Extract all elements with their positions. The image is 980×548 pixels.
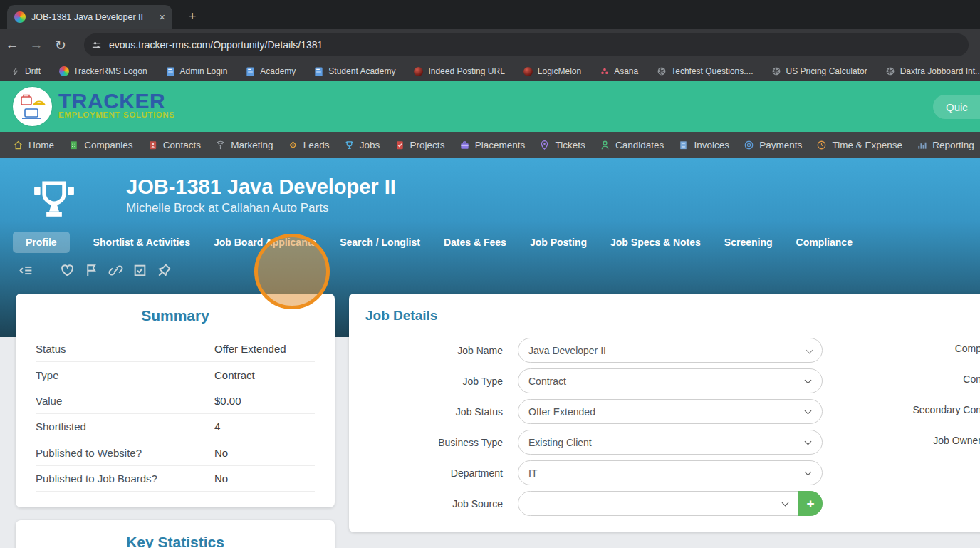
tab-job-posting[interactable]: Job Posting <box>530 232 587 253</box>
nav-item-home[interactable]: Home <box>13 140 54 150</box>
link-icon[interactable] <box>108 262 124 279</box>
quick-button[interactable]: Quic <box>933 95 980 119</box>
nav-item-contacts[interactable]: Contacts <box>147 140 201 150</box>
nav-item-time-expense[interactable]: Time & Expense <box>816 140 902 150</box>
favorite-heart-icon[interactable] <box>59 262 75 279</box>
browser-toolbar: ← → ↻ evous.tracker-rms.com/Opportunity/… <box>0 29 980 61</box>
red-sphere-icon <box>413 66 424 77</box>
tab-job-specs-notes[interactable]: Job Specs & Notes <box>610 232 701 253</box>
bookmark-drift[interactable]: Drift <box>10 66 41 77</box>
trackerrms-swirl-icon <box>58 66 69 77</box>
job-name-dropdown-button[interactable] <box>798 338 822 362</box>
tab-search-longlist[interactable]: Search / Longlist <box>340 232 420 253</box>
asana-dots-icon <box>599 66 610 77</box>
job-trophy-icon <box>32 175 76 222</box>
tab-profile[interactable]: Profile <box>13 232 70 253</box>
browser-tab-strip: JOB-1381 Java Developer II × + <box>0 0 980 29</box>
tab-screening[interactable]: Screening <box>724 232 773 253</box>
bar-chart-icon <box>917 140 927 150</box>
main-nav: Home Companies Contacts Marketing Leads … <box>0 132 980 158</box>
bookmark-daxtra-jobboard[interactable]: Daxtra Jobboard Int... <box>885 66 980 77</box>
bookmark-us-pricing-calculator[interactable]: US Pricing Calculator <box>771 66 867 77</box>
map-pin-icon <box>539 140 550 150</box>
field-label-company: Comp <box>955 343 980 354</box>
job-source-select[interactable]: + <box>518 491 823 516</box>
tab-job-board-applicants[interactable]: Job Board Applicants <box>214 232 316 253</box>
nav-item-placements[interactable]: Placements <box>459 140 526 150</box>
logo-title: TRACKER <box>58 91 174 112</box>
field-row-business-type: Business Type Existing Client <box>349 427 980 457</box>
pin-icon[interactable] <box>156 262 172 279</box>
person-icon <box>600 140 610 150</box>
key-statistics-panel: Key Statistics <box>16 520 335 548</box>
url-text: evous.tracker-rms.com/Opportunity/Detail… <box>109 39 323 51</box>
tab-title: JOB-1381 Java Developer II <box>31 12 153 22</box>
bookmark-academy[interactable]: Academy <box>245 66 296 77</box>
bolt-icon <box>10 66 21 77</box>
nav-item-leads[interactable]: Leads <box>288 140 330 150</box>
close-tab-icon[interactable]: × <box>159 11 165 23</box>
globe-icon <box>771 66 782 77</box>
job-type-select[interactable]: Contract <box>518 368 823 393</box>
chevron-down-icon <box>805 438 812 445</box>
bookmarks-bar: Drift TrackerRMS Logon Admin Login Acade… <box>0 61 980 81</box>
tracker-logo-icon[interactable] <box>13 87 52 126</box>
field-row-department: Department IT <box>349 457 980 488</box>
bookmark-student-academy[interactable]: Student Academy <box>313 66 395 77</box>
building-icon <box>68 140 79 150</box>
summary-row-status: Status Offer Extended <box>36 336 315 362</box>
job-action-icons <box>18 262 172 279</box>
address-bar[interactable]: evous.tracker-rms.com/Opportunity/Detail… <box>84 33 969 56</box>
forward-icon[interactable]: → <box>24 37 48 53</box>
tab-dates-fees[interactable]: Dates & Fees <box>444 232 506 253</box>
job-name-input[interactable] <box>528 345 763 356</box>
collapse-panel-icon[interactable] <box>18 262 34 279</box>
bookmark-indeed-posting-url[interactable]: Indeed Posting URL <box>413 66 504 77</box>
tab-compliance[interactable]: Compliance <box>796 232 853 253</box>
document-icon <box>313 66 324 77</box>
browser-tab[interactable]: JOB-1381 Java Developer II × <box>7 5 172 29</box>
nav-item-marketing[interactable]: Marketing <box>215 140 273 150</box>
red-sphere-icon <box>523 66 533 77</box>
nav-item-reporting[interactable]: Reporting <box>917 140 974 150</box>
trophy-icon <box>344 140 355 150</box>
globe-icon <box>885 66 896 77</box>
task-checkbox-icon[interactable] <box>132 262 148 279</box>
job-tabs: Profile Shortlist & Activities Job Board… <box>13 232 853 253</box>
business-type-select[interactable]: Existing Client <box>518 430 823 455</box>
published-jobboards-value: No <box>214 472 315 485</box>
value-value: $0.00 <box>214 395 315 407</box>
site-settings-icon[interactable] <box>91 40 102 51</box>
bookmark-admin-login[interactable]: Admin Login <box>165 66 228 77</box>
clipboard-icon <box>395 140 405 150</box>
status-value: Offer Extended <box>214 343 315 355</box>
flag-icon[interactable] <box>83 262 100 279</box>
department-select[interactable]: IT <box>518 460 823 485</box>
nav-item-companies[interactable]: Companies <box>68 140 132 150</box>
logo-subtitle: EMPLOYMENT SOLUTIONS <box>58 110 174 119</box>
coin-icon <box>744 140 754 150</box>
job-status-select[interactable]: Offer Extended <box>518 399 823 424</box>
nav-item-invoices[interactable]: Invoices <box>678 140 729 150</box>
bookmark-trackerrms-logon[interactable]: TrackerRMS Logon <box>58 66 147 77</box>
app-header: TRACKER EMPLOYMENT SOLUTIONS Quic <box>0 81 980 132</box>
bookmark-asana[interactable]: Asana <box>599 66 638 77</box>
published-website-value: No <box>214 447 315 459</box>
nav-item-tickets[interactable]: Tickets <box>539 140 585 150</box>
nav-item-candidates[interactable]: Candidates <box>600 140 664 150</box>
nav-item-jobs[interactable]: Jobs <box>344 140 380 150</box>
nav-item-payments[interactable]: Payments <box>744 140 802 150</box>
tab-shortlist-activities[interactable]: Shortlist & Activities <box>93 232 190 253</box>
back-icon[interactable]: ← <box>0 37 24 53</box>
add-job-source-button[interactable]: + <box>798 491 823 516</box>
chevron-down-icon <box>805 408 812 415</box>
bookmark-techfest-questions[interactable]: Techfest Questions.... <box>656 66 753 77</box>
job-details-panel: Job Details Job Name Job Type Contract J… <box>349 294 980 532</box>
nav-item-projects[interactable]: Projects <box>395 140 445 150</box>
new-tab-button[interactable]: + <box>182 6 202 26</box>
bookmark-logicmelon[interactable]: LogicMelon <box>523 66 581 77</box>
summary-title: Summary <box>16 294 335 324</box>
job-name-combobox[interactable] <box>518 338 823 363</box>
chevron-down-icon <box>805 469 812 476</box>
reload-icon[interactable]: ↻ <box>48 37 73 53</box>
